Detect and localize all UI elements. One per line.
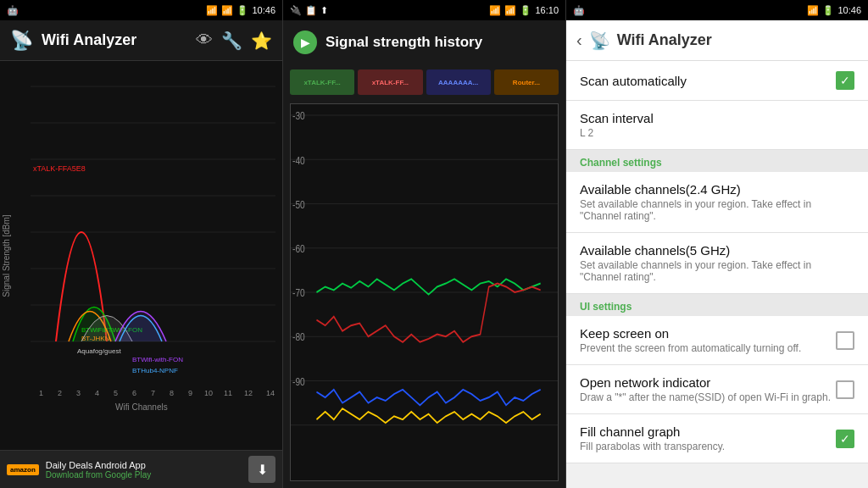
keep-screen-title: Keep screen on [580,326,836,341]
eye-icon[interactable]: 👁 [196,30,213,50]
star-icon[interactable]: ⭐ [251,30,272,51]
channels-24-sub: Set available channels in your region. T… [580,198,854,222]
channels-24-title: Available channels(2.4 GHz) [580,182,854,197]
svg-text:14: 14 [266,389,275,397]
signal-chart-area: -30 -40 -50 -60 -70 -80 -90 [290,103,559,481]
svg-text:-40: -40 [292,153,305,166]
channels-24-content: Available channels(2.4 GHz) Set availabl… [580,182,854,222]
battery-icon-p1: 🔋 [236,5,248,16]
fill-channel-content: Fill channel graph Fill parabolas with t… [580,424,836,452]
status-bar-p3: 🤖 📶 🔋 10:46 [566,0,868,20]
signal-chart-svg: -30 -40 -50 -60 -70 -80 -90 [291,104,558,480]
panel-wifi-analyzer: 🤖 📶 📶 🔋 10:46 📡 Wifi Analyzer 👁 🔧 ⭐ Sign… [0,0,283,488]
fill-channel-checkbox[interactable]: ✓ [836,430,854,448]
time-p2: 16:10 [535,5,559,15]
ui-settings-label: UI settings [580,301,854,313]
svg-text:3: 3 [76,389,81,397]
scan-auto-title: Scan automatically [580,74,836,88]
status-left-p3: 🤖 [573,5,585,16]
settings-channels-24[interactable]: Available channels(2.4 GHz) Set availabl… [566,172,868,233]
download-icon-p2: ⬆ [320,5,328,16]
status-bar-p2: 🔌 📋 ⬆ 📶 📶 🔋 16:10 [283,0,565,20]
tab-network-3[interactable]: AAAAAAA... [426,69,491,95]
ad-download-button[interactable]: ⬇ [248,456,275,483]
channel-settings-section: Channel settings [566,150,868,172]
fill-channel-sub: Fill parabolas with transparency. [580,441,836,452]
svg-text:2: 2 [58,389,62,397]
settings-keep-screen[interactable]: Keep screen on Prevent the screen from a… [566,316,868,365]
settings-list: Scan automatically ✓ Scan interval L 2 C… [566,61,868,488]
tab-network-4[interactable]: Router... [494,69,559,95]
wifi-icon-p1: 📶 [206,5,218,16]
fill-checkmark-icon: ✓ [840,433,850,445]
ui-settings-section: UI settings [566,294,868,316]
tab-network-1[interactable]: xTALK-FF... [290,69,354,95]
svg-text:9: 9 [188,389,192,397]
svg-text:-80: -80 [292,330,305,343]
settings-scan-interval[interactable]: Scan interval L 2 [566,101,868,150]
channels-5-title: Available channels(5 GHz) [580,243,854,258]
signal-icon-p2: 📶 [504,5,516,16]
status-bar-left-p1: 🤖 [7,5,19,16]
signal-icon-p1: 📶 [221,5,233,16]
ad-subtitle: Download from Google Play [46,470,242,480]
scan-auto-content: Scan automatically [580,74,836,88]
settings-scan-auto[interactable]: Scan automatically ✓ [566,61,868,101]
amazon-logo: amazon [7,464,39,475]
fill-channel-title: Fill channel graph [580,424,836,439]
svg-text:-50: -50 [292,197,305,210]
settings-channels-5[interactable]: Available channels(5 GHz) Set available … [566,233,868,294]
svg-text:5: 5 [114,389,118,397]
svg-text:-90: -90 [292,374,305,387]
svg-text:-30: -30 [292,109,305,122]
scan-interval-title: Scan interval [580,111,854,125]
scan-auto-checkbox[interactable]: ✓ [836,71,854,90]
status-bar-p1: 🤖 📶 📶 🔋 10:46 [0,0,282,20]
settings-fill-channel[interactable]: Fill channel graph Fill parabolas with t… [566,414,868,463]
android-icon-p1: 🤖 [7,5,19,16]
tab-network-2[interactable]: xTALK-FF... [358,69,422,95]
battery-icon-p2: 🔋 [520,5,531,16]
svg-text:7: 7 [151,389,155,397]
channels-5-content: Available channels(5 GHz) Set available … [580,243,854,283]
time-p3: 10:46 [837,5,861,15]
app-title-p1: Wifi Analyzer [42,31,187,49]
keep-screen-content: Keep screen on Prevent the screen from a… [580,326,836,354]
android-icon-p3: 🤖 [573,5,585,16]
status-left-p2: 🔌 📋 ⬆ [290,5,328,16]
channels-5-sub: Set available channels in your region. T… [580,259,854,283]
status-right-p2: 📶 📶 🔋 16:10 [489,5,559,16]
wifi-logo-icon: 📡 [10,30,33,52]
open-network-sub: Draw a "*" after the name(SSID) of open … [580,391,836,403]
channel-settings-label: Channel settings [580,157,854,169]
open-network-checkbox[interactable] [836,380,854,399]
svg-text:8: 8 [170,389,174,397]
wifi-chart-area: Signal Strength [dBm] -30 -40 -50 -60 -7… [0,61,282,450]
svg-text:11: 11 [224,389,232,397]
scan-interval-value: L 2 [580,127,854,139]
back-icon[interactable]: ‹ [576,30,582,50]
play-icon: ▶ [293,30,317,54]
svg-text:BTWifi-with-FON: BTWifi-with-FON [132,356,183,363]
wifi-chart-svg: -30 -40 -50 -60 -70 -80 -90 xTALK-FFA5E8… [31,61,275,425]
keep-screen-checkbox[interactable] [836,331,854,350]
usb-icon-p2: 🔌 [290,5,302,16]
sim-icon-p2: 📋 [305,5,317,16]
svg-text:Aquafog/guest: Aquafog/guest [77,347,121,355]
battery-icon-p3: 🔋 [822,5,834,16]
svg-text:12: 12 [244,389,253,397]
svg-text:10: 10 [204,389,213,397]
ad-title: Daily Deals Android App [46,460,242,470]
svg-text:-60: -60 [292,242,305,255]
ad-text: Daily Deals Android App Download from Go… [46,460,242,480]
signal-history-header: ▶ Signal strength history [283,20,565,64]
wrench-icon[interactable]: 🔧 [221,30,242,51]
ad-bar: amazon Daily Deals Android App Download … [0,450,282,488]
svg-text:4: 4 [95,389,99,397]
svg-text:-70: -70 [292,286,305,299]
wifi-icon-p3: 📶 [807,5,819,16]
settings-open-network[interactable]: Open network indicator Draw a "*" after … [566,365,868,414]
wifi-icon-p2: 📶 [489,5,501,16]
open-network-title: Open network indicator [580,375,836,390]
keep-screen-sub: Prevent the screen from automatically tu… [580,342,836,354]
